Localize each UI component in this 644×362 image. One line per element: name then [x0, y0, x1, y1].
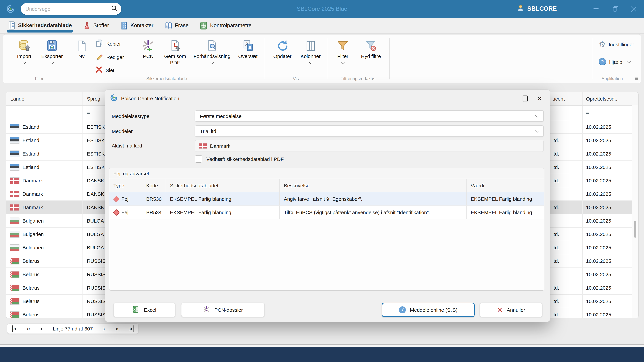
country-label: Bulgarien: [22, 245, 44, 250]
ribbon-rediger-button[interactable]: Rediger: [95, 53, 124, 62]
country-label: Belarus: [22, 298, 40, 304]
sds-cell: EKSEMPEL Farlig blanding: [166, 206, 280, 219]
chevron-down-icon: [341, 60, 344, 64]
meddelelsestype-select[interactable]: Første meddelelse: [195, 110, 544, 122]
dialog-close-button[interactable]: ✕: [534, 94, 546, 103]
tab-frase[interactable]: Frase: [165, 18, 189, 33]
last-page-icon[interactable]: »: [129, 326, 134, 332]
attach-sds-checkbox[interactable]: [195, 155, 202, 163]
code-cell-label: BR534: [146, 210, 162, 215]
column-header-beskrivelse[interactable]: Beskrivelse: [280, 179, 466, 192]
field-value: Danmark: [210, 143, 230, 149]
country-cell: Bulgarien: [6, 241, 82, 254]
ribbon-kopier-button[interactable]: Kopier: [95, 39, 121, 48]
ribbon-item-label: Rediger: [106, 54, 124, 60]
dialog-maximize-button[interactable]: [519, 94, 531, 103]
date-cell: 10.02.2025: [582, 147, 632, 160]
description-cell: Angiv farve i afsnit 9 "Egenskaber".: [280, 192, 466, 205]
target-icon: [200, 21, 208, 29]
ribbon-kolonner-button[interactable]: Kolonner: [297, 37, 324, 64]
country-cell: Belarus: [6, 268, 82, 281]
column-header-vardi[interactable]: Værdi: [467, 179, 544, 192]
chevron-down-icon: [535, 113, 539, 117]
denmark-flag-icon: [199, 143, 206, 148]
building-icon: [120, 21, 128, 29]
previous-icon[interactable]: ‹: [40, 326, 42, 332]
date-cell: 10.02.2025: [582, 268, 632, 281]
button-label: Excel: [144, 307, 156, 313]
error-row[interactable]: FejlBR530EKSEMPEL Farlig blandingAngiv f…: [109, 192, 544, 206]
country-cell: Estland: [6, 147, 82, 160]
ribbon-hjalp-button[interactable]: ? Hjælp: [599, 58, 630, 65]
tab-kontrolparametre[interactable]: Kontrolparametre: [200, 18, 252, 33]
filter-cell-lande[interactable]: [6, 106, 82, 120]
first-page-icon[interactable]: «: [12, 326, 16, 332]
scrollbar-thumb[interactable]: [634, 221, 636, 238]
ribbon-opdater-button[interactable]: Opdater: [270, 37, 295, 59]
fast-previous-icon[interactable]: «: [27, 326, 30, 332]
vertical-scrollbar[interactable]: [632, 105, 638, 318]
filter-cell-oprettelsesdato[interactable]: =: [582, 106, 632, 120]
menu-icon[interactable]: ≡: [635, 76, 638, 82]
account-button[interactable]: SBLCORE: [517, 0, 557, 18]
column-header-lande[interactable]: Lande: [6, 92, 82, 105]
pagination-label: Linje 77 ud af 307: [53, 326, 93, 332]
ribbon-eksporter-button[interactable]: Eksporter: [38, 37, 66, 64]
button-label: Meddele online (S₂S): [410, 307, 457, 313]
errors-fieldset: Fejl og advarsel Type Kode Sikkerhedsdat…: [109, 168, 544, 291]
restore-button[interactable]: [608, 0, 623, 18]
gear-icon: ⚙: [599, 40, 606, 48]
column-header-oprettelsesdato[interactable]: Oprettelsesd...: [582, 92, 632, 105]
annuller-button[interactable]: ✕ Annuller: [480, 303, 542, 317]
country-label: Belarus: [22, 285, 40, 291]
sprog-label: ESTISK: [87, 137, 105, 143]
pagination-bar: « « ‹ Linje 77 ud af 307 › » »: [7, 324, 138, 334]
ribbon-forhandsvisning-button[interactable]: Forhåndsvisning: [192, 37, 232, 64]
pcn-dossier-button[interactable]: PCN-dossier: [181, 303, 265, 317]
column-header-type[interactable]: Type: [109, 179, 142, 192]
ribbon-indstillinger-button[interactable]: ⚙ Indstillinger: [599, 40, 634, 48]
producent-label: ltd.: [552, 178, 559, 183]
error-row[interactable]: FejlBR534EKSEMPEL Farlig blandingTilføj …: [109, 206, 544, 219]
description-cell-label: Angiv farve i afsnit 9 "Egenskaber".: [284, 196, 362, 202]
checkbox-label: Vedhæft sikkerhedsdatablad i PDF: [206, 156, 284, 162]
search-input[interactable]: [25, 6, 111, 12]
sds-cell-label: EKSEMPEL Farlig blanding: [170, 210, 232, 215]
country-label: Estland: [22, 151, 39, 157]
ribbon-pcn-button[interactable]: PCN: [139, 37, 158, 59]
sprog-label: ESTISK: [87, 151, 105, 157]
column-header-sikkerhedsdatabladet[interactable]: Sikkerhedsdatabladet: [166, 179, 280, 192]
meddeler-select[interactable]: Trial ltd.: [195, 125, 544, 137]
fast-next-icon[interactable]: »: [115, 326, 119, 332]
tab-kontakter[interactable]: Kontakter: [120, 18, 154, 33]
search-box[interactable]: [21, 3, 122, 15]
column-header-kode[interactable]: Kode: [142, 179, 166, 192]
sprog-label: RUSSIS: [87, 285, 106, 291]
tab-sikkerhedsdatablade[interactable]: Sikkerhedsdatablade: [8, 18, 72, 33]
tab-stoffer[interactable]: Stoffer: [83, 18, 109, 33]
estonia-flag-icon: [10, 164, 19, 170]
search-icon[interactable]: [111, 5, 118, 13]
estonia-flag-icon: [10, 151, 19, 157]
ribbon-ryd-filtre-button[interactable]: Ryd filtre: [356, 37, 386, 59]
close-button[interactable]: [626, 0, 641, 18]
red-x-icon: ✕: [497, 306, 502, 313]
ribbon-gem-som-pdf-button[interactable]: Gem som PDF: [160, 37, 190, 66]
date-label: 10.02.2025: [586, 191, 611, 197]
ribbon-ny-button[interactable]: Ny: [72, 37, 91, 59]
ribbon-slet-button[interactable]: Slet: [95, 66, 114, 74]
minimize-button[interactable]: [588, 0, 604, 18]
date-cell: 10.02.2025: [582, 134, 632, 147]
ribbon-import-button[interactable]: Import: [13, 37, 35, 64]
ribbon-oversat-button[interactable]: 文A Oversæt: [235, 37, 260, 59]
chevron-down-icon: [210, 60, 214, 64]
meddele-online-button[interactable]: i Meddele online (S₂S): [382, 303, 474, 317]
estonia-flag-icon: [10, 137, 19, 143]
ribbon-filter-button[interactable]: Filter: [334, 37, 352, 64]
ribbon-separator: [327, 38, 327, 79]
excel-button[interactable]: Excel: [113, 303, 176, 317]
belarus-flag-icon: [10, 312, 19, 318]
next-icon[interactable]: ›: [103, 326, 105, 332]
sds-cell: EKSEMPEL Farlig blanding: [166, 192, 280, 205]
producent-label: ltd.: [552, 151, 559, 157]
